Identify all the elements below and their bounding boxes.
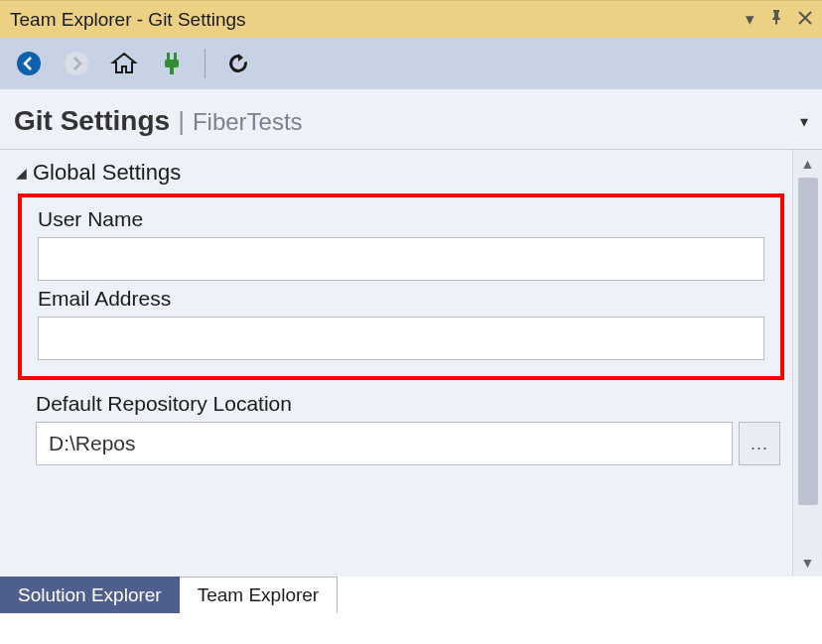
header-dropdown-icon[interactable]: ▾ bbox=[800, 112, 808, 131]
highlighted-fields: User Name Email Address bbox=[18, 193, 784, 380]
pin-icon[interactable] bbox=[768, 9, 784, 30]
page-header: Git Settings | FiberTests ▾ bbox=[0, 89, 822, 150]
window-dropdown-icon[interactable]: ▾ bbox=[746, 9, 754, 30]
svg-rect-4 bbox=[165, 60, 179, 67]
refresh-button[interactable] bbox=[223, 49, 253, 78]
project-name: FiberTests bbox=[193, 108, 303, 136]
forward-button bbox=[62, 49, 91, 78]
content-main: ◢ Global Settings User Name Email Addres… bbox=[0, 150, 792, 577]
scroll-down-icon[interactable]: ▼ bbox=[793, 549, 822, 577]
svg-rect-2 bbox=[167, 53, 170, 60]
page-title: Git Settings bbox=[14, 105, 170, 137]
tab-solution-explorer[interactable]: Solution Explorer bbox=[0, 577, 180, 613]
email-label: Email Address bbox=[38, 287, 764, 311]
scroll-thumb[interactable] bbox=[798, 178, 818, 505]
repo-location-field: Default Repository Location ... bbox=[36, 392, 780, 465]
window-title: Team Explorer - Git Settings bbox=[10, 9, 246, 31]
svg-point-0 bbox=[17, 52, 41, 75]
content-area: ◢ Global Settings User Name Email Addres… bbox=[0, 150, 822, 577]
svg-rect-3 bbox=[174, 53, 177, 60]
plug-icon[interactable] bbox=[157, 49, 187, 78]
username-input[interactable] bbox=[38, 237, 764, 281]
email-input[interactable] bbox=[38, 317, 764, 360]
breadcrumb: Git Settings | FiberTests bbox=[14, 105, 303, 137]
collapse-icon: ◢ bbox=[16, 165, 27, 181]
vertical-scrollbar[interactable]: ▲ ▼ bbox=[792, 150, 822, 577]
home-button[interactable] bbox=[109, 49, 139, 78]
section-title: Global Settings bbox=[33, 160, 181, 186]
title-bar: Team Explorer - Git Settings ▾ bbox=[0, 0, 822, 38]
toolbar bbox=[0, 38, 822, 89]
svg-rect-5 bbox=[170, 67, 174, 74]
breadcrumb-separator: | bbox=[178, 106, 185, 137]
svg-point-1 bbox=[65, 52, 88, 75]
browse-button[interactable]: ... bbox=[739, 422, 780, 465]
repo-location-input[interactable] bbox=[36, 422, 733, 465]
tab-team-explorer[interactable]: Team Explorer bbox=[180, 577, 339, 613]
back-button[interactable] bbox=[14, 49, 44, 78]
close-icon[interactable] bbox=[798, 10, 812, 30]
username-label: User Name bbox=[38, 207, 764, 231]
window-controls: ▾ bbox=[746, 9, 812, 30]
toolbar-divider bbox=[205, 49, 206, 78]
section-global-settings[interactable]: ◢ Global Settings bbox=[16, 160, 792, 186]
repo-location-label: Default Repository Location bbox=[36, 392, 780, 416]
scroll-up-icon[interactable]: ▲ bbox=[793, 150, 822, 178]
bottom-tabs: Solution Explorer Team Explorer bbox=[0, 577, 822, 613]
